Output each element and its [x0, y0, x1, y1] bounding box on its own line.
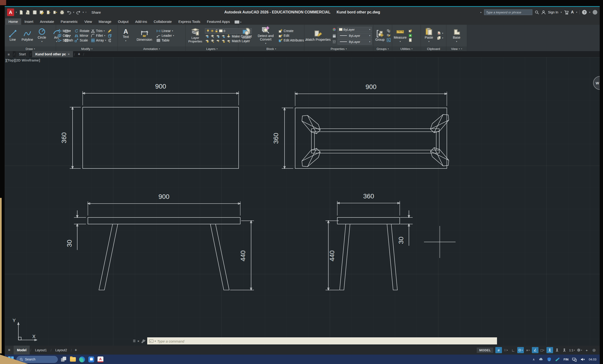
object-snap-toggle[interactable]: □▾ — [539, 347, 546, 353]
ortho-toggle[interactable]: ∟ — [510, 347, 517, 353]
quick-select-icon[interactable] — [408, 29, 412, 33]
layer-thaw-all-icon[interactable] — [216, 39, 220, 43]
circle-button[interactable]: Circle▾ — [35, 28, 48, 43]
tab-collaborate[interactable]: Collaborate — [150, 18, 175, 25]
isolate-objects-button[interactable]: ◎ — [591, 347, 597, 353]
rotate-button[interactable]: Rotate — [74, 29, 89, 33]
sign-in-caret-icon[interactable]: ▾ — [561, 11, 562, 13]
panel-properties-label[interactable]: Properties▾ — [304, 47, 373, 51]
command-input-field[interactable]: ▾ — [147, 337, 497, 344]
search-icon[interactable] — [535, 10, 539, 14]
autocad-logo-button[interactable]: A — [7, 9, 14, 16]
layer-off-icon[interactable] — [205, 35, 209, 38]
tray-plus-button[interactable]: + — [583, 347, 590, 353]
save-as-button[interactable] — [39, 10, 44, 15]
tab-document[interactable]: Kund bord other pc × — [32, 51, 73, 57]
layer-thaw-icon[interactable] — [210, 29, 214, 33]
leader-button[interactable]: Leader▾ — [156, 34, 174, 38]
layer-prev-icon[interactable] — [210, 39, 215, 43]
fillet-button[interactable]: Fillet▾ — [91, 34, 106, 38]
layer-on-icon[interactable] — [206, 29, 210, 33]
tab-manage[interactable]: Manage — [95, 18, 115, 25]
user-icon[interactable] — [541, 10, 546, 15]
search-flyout-icon[interactable]: ▸ — [481, 11, 482, 13]
grid-toggle[interactable]: # — [495, 347, 502, 353]
cut-button[interactable]: ▾ — [437, 31, 443, 35]
tab-annotate[interactable]: Annotate — [37, 18, 58, 25]
lay out-menu-button[interactable]: ≡ — [5, 346, 14, 355]
display-devices-icon[interactable] — [572, 357, 577, 362]
copy-button[interactable]: Copy — [58, 34, 73, 38]
scale-button[interactable]: Scale — [74, 38, 89, 42]
polar-tracking-toggle[interactable]: ⊙▾ — [517, 347, 524, 353]
command-history-caret-icon[interactable]: ▾ — [155, 340, 156, 342]
help-icon[interactable]: ? — [582, 10, 587, 15]
command-line[interactable]: × ▾ — [133, 337, 497, 344]
pen-icon[interactable] — [555, 357, 560, 361]
group-selection-icon[interactable] — [386, 38, 391, 42]
move-button[interactable]: Move — [58, 29, 73, 33]
object-snap-tracking-toggle[interactable]: ∠ — [532, 347, 538, 353]
scale-select[interactable]: 1:1▾ — [568, 347, 575, 353]
quick-calc-icon[interactable] — [408, 38, 412, 42]
panel-groups-label[interactable]: Groups▾ — [373, 47, 392, 51]
stretch-button[interactable]: Stretch — [58, 38, 73, 42]
keyword-search-input[interactable] — [484, 9, 532, 15]
tab-model[interactable]: Model — [14, 346, 30, 355]
group-edit-icon[interactable] — [386, 34, 391, 37]
command-grip-handle[interactable] — [133, 340, 135, 342]
lineweight-select[interactable]: ByLayer▾ — [337, 33, 372, 38]
erase-button[interactable] — [108, 29, 112, 33]
customization-gear-button[interactable]: ▾ — [576, 347, 583, 353]
polyline-button[interactable]: Polyline — [21, 30, 34, 41]
new-drawing-button[interactable]: + — [78, 52, 80, 57]
open-button[interactable] — [25, 10, 31, 15]
ungroup-icon[interactable] — [386, 29, 391, 33]
copy-clip-button[interactable]: ▾ — [437, 36, 443, 40]
qat-customize-button[interactable]: ▿ — [85, 11, 87, 13]
point-style-icon[interactable] — [408, 34, 412, 37]
panel-clipboard-label[interactable]: Clipboard — [421, 47, 446, 51]
ribbon-options-button[interactable]: ▾ — [235, 21, 242, 25]
snap-toggle[interactable]: ∷▾ — [503, 347, 509, 353]
autocad-taskbar-icon[interactable]: A — [97, 356, 104, 363]
table-button[interactable]: Table — [156, 38, 174, 42]
tab-layout2[interactable]: Layout2 — [52, 346, 70, 355]
file-tab-menu-button[interactable]: ≡ — [5, 51, 13, 57]
tab-express-tools[interactable]: Express Tools — [175, 18, 204, 25]
trim-button[interactable]: Trim▾ — [91, 29, 106, 33]
line-button[interactable]: Line — [6, 30, 19, 41]
new-layout-button[interactable]: + — [75, 348, 77, 353]
print-button[interactable] — [60, 10, 65, 15]
layer-isolate-icon[interactable] — [210, 35, 215, 38]
layer-properties-button[interactable]: Layer Properties — [187, 28, 204, 43]
microsoft-store-icon[interactable] — [88, 356, 94, 363]
tab-layout1[interactable]: Layout1 — [32, 346, 50, 355]
group-button[interactable]: Group — [375, 30, 385, 41]
file-explorer-icon[interactable] — [70, 356, 76, 363]
command-input[interactable] — [157, 339, 495, 343]
drawing-viewport[interactable]: ][Top][2D Wireframe] W 900 360 — [5, 57, 600, 346]
text-button[interactable]: A Text▾ — [119, 28, 132, 43]
mirror-button[interactable]: Mirror — [74, 34, 89, 38]
save-button[interactable] — [32, 10, 37, 15]
help-caret-icon[interactable]: ▾ — [589, 11, 590, 13]
assistant-icon[interactable] — [593, 10, 597, 15]
tab-insert[interactable]: Insert — [21, 18, 37, 25]
export-button[interactable] — [46, 10, 51, 15]
measure-button[interactable]: Measure▾ — [394, 28, 407, 43]
edit-block-button[interactable]: Edit — [278, 34, 306, 38]
transfer-button[interactable] — [53, 10, 58, 15]
autodesk-a-icon[interactable]: A — [571, 10, 574, 15]
insert-button[interactable]: Insert▾ — [240, 28, 253, 43]
array-button[interactable]: Array▾ — [91, 38, 106, 42]
panel-modify-label[interactable]: Modify▾ — [56, 47, 117, 51]
paste-button[interactable]: Paste▾ — [422, 28, 436, 43]
undo-button[interactable] — [66, 10, 72, 15]
layer-freeze-icon[interactable] — [216, 35, 220, 38]
base-button[interactable]: Base▾ — [450, 28, 463, 43]
annotation-visibility-toggle[interactable] — [546, 347, 553, 353]
match-properties-button[interactable]: Match Properties — [306, 30, 331, 41]
panel-draw-label[interactable]: Draw▾ — [5, 47, 56, 51]
join-button[interactable] — [108, 38, 112, 42]
